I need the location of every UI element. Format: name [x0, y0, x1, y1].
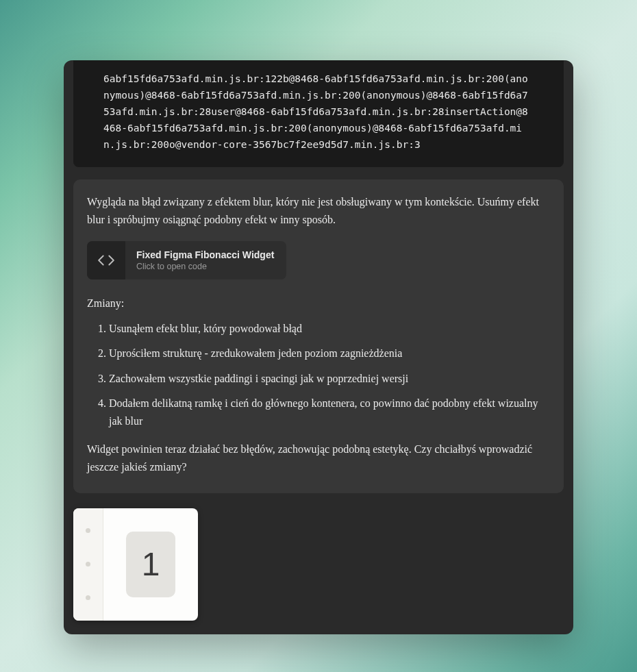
error-trace-text: 6abf15fd6a753afd.min.js.br:122b@8468-6ab… [103, 71, 534, 153]
code-card-subtitle: Click to open code [136, 262, 274, 271]
error-code-block: 6abf15fd6a753afd.min.js.br:122b@8468-6ab… [73, 60, 564, 167]
list-item: Usunąłem efekt blur, który powodował błą… [109, 320, 550, 338]
attachment-thumbnail[interactable]: 1 [73, 508, 198, 621]
notebook-spine [73, 508, 103, 621]
spine-hole [86, 528, 90, 533]
list-item: Uprościłem strukturę - zredukowałem jede… [109, 345, 550, 362]
calendar-badge: 1 [126, 532, 175, 597]
changes-list: Usunąłem efekt blur, który powodował błą… [87, 320, 550, 431]
attachment-body: 1 [103, 508, 198, 621]
chat-container: 6abf15fd6a753afd.min.js.br:122b@8468-6ab… [64, 60, 573, 634]
code-icon [87, 241, 125, 279]
spine-hole [86, 595, 90, 600]
calendar-number: 1 [142, 545, 160, 583]
list-item: Dodałem delikatną ramkę i cień do główne… [109, 395, 550, 431]
code-artifact-card[interactable]: Fixed Figma Fibonacci Widget Click to op… [87, 241, 286, 279]
list-item: Zachowałem wszystkie paddingi i spacingi… [109, 370, 550, 388]
assistant-message: Wygląda na błąd związany z efektem blur,… [73, 179, 564, 493]
closing-text: Widget powinien teraz działać bez błędów… [87, 440, 550, 477]
code-card-body: Fixed Figma Fibonacci Widget Click to op… [125, 249, 286, 271]
changes-label: Zmiany: [87, 295, 550, 312]
message-intro: Wygląda na błąd związany z efektem blur,… [87, 193, 550, 229]
code-card-title: Fixed Figma Fibonacci Widget [136, 249, 274, 260]
spine-hole [86, 562, 90, 567]
